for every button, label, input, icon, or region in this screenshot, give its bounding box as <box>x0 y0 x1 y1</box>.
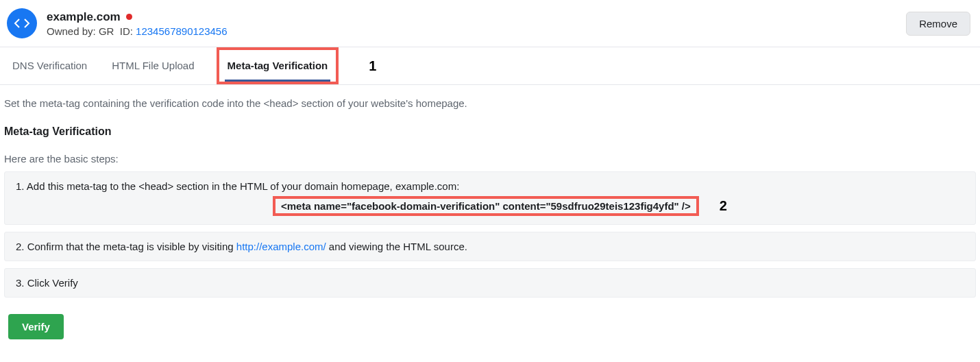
tabs-row: DNS Verification HTML File Upload Meta-t… <box>0 47 980 85</box>
step-1-block: 1. Add this meta-tag to the <head> secti… <box>4 171 976 225</box>
steps-intro: Here are the basic steps: <box>4 153 976 165</box>
step-2-prefix: 2. Confirm that the meta-tag is visible … <box>16 241 236 252</box>
code-icon <box>7 8 37 38</box>
step-3-text: 3. Click Verify <box>16 277 78 289</box>
domain-name: example.com <box>47 10 121 24</box>
step-1-code-row: <meta name="facebook-domain-verification… <box>273 196 727 216</box>
remove-button[interactable]: Remove <box>906 12 970 36</box>
tab-meta-tag-verification[interactable]: Meta-tag Verification <box>225 50 331 82</box>
domain-meta: Owned by: GR ID: 1234567890123456 <box>47 25 228 37</box>
status-dot-icon <box>126 14 132 20</box>
domain-id-link[interactable]: 1234567890123456 <box>136 25 227 37</box>
callout-box-1: Meta-tag Verification <box>217 47 339 84</box>
domain-info: example.com Owned by: GR ID: 12345678901… <box>47 10 228 37</box>
domain-title-row: example.com <box>47 10 228 24</box>
section-title: Meta-tag Verification <box>4 125 976 138</box>
top-instruction: Set the meta-tag containing the verifica… <box>4 97 976 109</box>
step-1-text: 1. Add this meta-tag to the <head> secti… <box>16 180 459 192</box>
meta-tag-code: <meta name="facebook-domain-verification… <box>273 196 699 216</box>
header-left: example.com Owned by: GR ID: 12345678901… <box>7 8 228 38</box>
step-2-link[interactable]: http://example.com/ <box>236 241 326 252</box>
content-area: Set the meta-tag containing the verifica… <box>0 85 980 346</box>
callout-number-1: 1 <box>369 58 376 74</box>
owned-by-label: Owned by: <box>47 25 96 37</box>
verify-button[interactable]: Verify <box>8 314 64 339</box>
step-3-block: 3. Click Verify <box>4 268 976 298</box>
domain-header: example.com Owned by: GR ID: 12345678901… <box>0 0 980 47</box>
tab-html-file-upload[interactable]: HTML File Upload <box>109 50 197 82</box>
owned-by-value: GR <box>99 25 114 37</box>
step-2-suffix: and viewing the HTML source. <box>326 241 467 252</box>
id-label: ID: <box>120 25 133 37</box>
step-2-block: 2. Confirm that the meta-tag is visible … <box>4 232 976 261</box>
callout-number-2: 2 <box>720 198 727 214</box>
tab-dns-verification[interactable]: DNS Verification <box>10 50 90 82</box>
